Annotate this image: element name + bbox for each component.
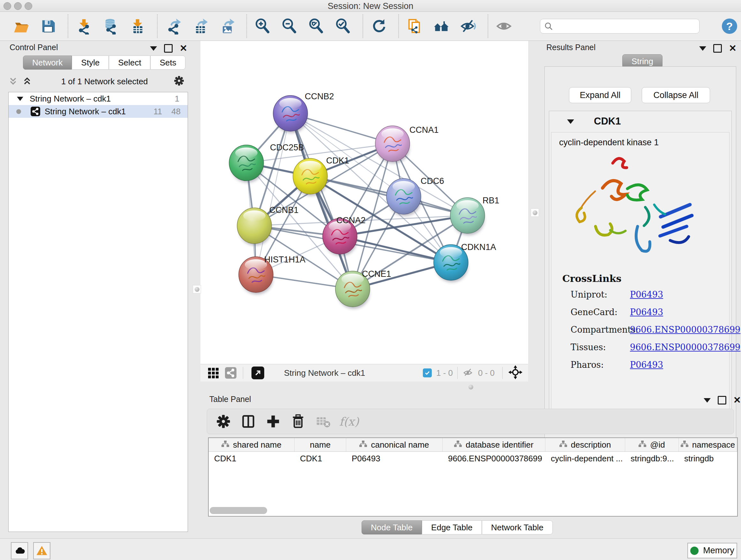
import-network-icon[interactable] (75, 17, 92, 35)
save-session-icon[interactable] (40, 17, 57, 35)
fit-selection-crosshair-icon[interactable] (509, 365, 522, 381)
table-cell[interactable]: cyclin-dependent ... (545, 452, 625, 465)
export-image-icon[interactable] (218, 17, 235, 35)
crosslink-link[interactable]: P06493 (630, 360, 663, 370)
table-cell[interactable]: P06493 (346, 452, 443, 465)
open-session-icon[interactable] (13, 17, 30, 35)
network-node-CCNA1[interactable] (375, 126, 410, 164)
toolbar-separator (398, 14, 399, 38)
network-collection-row[interactable]: String Network – cdk1 1 (9, 92, 188, 105)
column-header-shared-name[interactable]: shared name (209, 438, 294, 451)
tab-network-table[interactable]: Network Table (482, 520, 553, 535)
network-options-gear-icon[interactable] (173, 74, 185, 88)
expand-all-networks-icon[interactable] (22, 76, 32, 86)
network-view-canvas[interactable]: CCNB2CCNA1CDC25BCDK1CDC6RB1CCNB1CCNA2CDK… (200, 41, 528, 364)
node-label-CCNA1: CCNA1 (409, 125, 439, 135)
bottom-divider-handle[interactable] (467, 383, 475, 391)
float-panel-icon[interactable] (164, 44, 173, 53)
selected-count: 1 - 0 (436, 368, 453, 378)
column-header-canonical-name[interactable]: canonical name (346, 438, 443, 451)
refresh-icon[interactable] (370, 17, 387, 35)
collapse-gene-icon[interactable] (567, 119, 574, 124)
collection-label: String Network – cdk1 (30, 94, 111, 104)
string-view-icon[interactable] (225, 367, 237, 379)
birdseye-view-icon[interactable] (252, 367, 264, 379)
close-panel-icon[interactable]: ✕ (180, 45, 187, 52)
node-label-CCNB1: CCNB1 (269, 205, 299, 215)
tab-sets[interactable]: Sets (150, 56, 185, 70)
table-cell[interactable]: CDK1 (294, 452, 346, 465)
crosslink-label: Compartments: (570, 325, 638, 334)
help-button[interactable]: ? (722, 18, 737, 34)
tab-node-table[interactable]: Node Table (361, 520, 422, 535)
network-row[interactable]: String Network – cdk1 11 48 (9, 105, 188, 118)
network-node-CDK1[interactable] (293, 159, 327, 196)
float-panel-icon[interactable] (713, 44, 722, 53)
table-horizontal-scrollbar[interactable] (210, 507, 267, 514)
column-header-description[interactable]: description (545, 438, 625, 451)
table-cell[interactable]: 9606.ENSP00000378699 (443, 452, 545, 465)
close-panel-icon[interactable]: ✕ (733, 397, 741, 403)
hidden-count: 0 - 0 (478, 368, 495, 378)
column-header-name[interactable]: name (294, 438, 346, 451)
network-graph[interactable]: CCNB2CCNA1CDC25BCDK1CDC6RB1CCNB1CCNA2CDK… (200, 41, 528, 364)
collection-expand-icon[interactable] (17, 97, 23, 101)
collapse-all-button[interactable]: Collapse All (642, 87, 710, 103)
network-node-RB1[interactable] (450, 198, 485, 235)
network-node-CDC25B[interactable] (229, 145, 264, 183)
table-options-gear-icon[interactable] (215, 413, 232, 430)
cloud-status-button[interactable] (11, 542, 28, 559)
selected-nodes-checkbox[interactable] (423, 368, 432, 377)
export-network-icon[interactable] (165, 17, 182, 35)
duplicate-network-icon[interactable] (406, 17, 423, 35)
add-column-icon[interactable] (265, 413, 282, 430)
search-box[interactable] (540, 19, 699, 34)
zoom-in-icon[interactable] (254, 17, 271, 35)
memory-button[interactable]: Memory (687, 543, 737, 558)
column-header--id[interactable]: @id (625, 438, 679, 451)
crosslink-link[interactable]: P06493 (630, 290, 663, 300)
collapse-all-networks-icon[interactable] (8, 76, 18, 86)
export-table-icon[interactable] (192, 17, 209, 35)
network-node-CDC6[interactable] (387, 179, 421, 216)
tab-edge-table[interactable]: Edge Table (422, 520, 482, 535)
column-label: shared name (233, 440, 281, 450)
toolbar-separator (362, 14, 363, 38)
panel-menu-icon[interactable] (699, 46, 706, 51)
float-panel-icon[interactable] (718, 396, 726, 405)
table-cell[interactable]: CDK1 (209, 452, 294, 465)
panel-menu-icon[interactable] (150, 46, 157, 51)
thumbnail-grid-icon[interactable] (208, 368, 219, 378)
column-header-namespace[interactable]: namespace (679, 438, 737, 451)
tab-style[interactable]: Style (72, 56, 109, 70)
right-divider-handle[interactable] (531, 208, 539, 217)
home-icon[interactable] (433, 17, 450, 35)
gene-section-header[interactable]: CDK1 (549, 111, 731, 132)
import-table-icon[interactable] (129, 17, 146, 35)
tab-network[interactable]: Network (23, 56, 72, 70)
show-columns-icon[interactable] (240, 413, 257, 430)
zoom-selected-icon[interactable] (334, 17, 352, 35)
tab-select[interactable]: Select (109, 56, 150, 70)
column-header-database-identifier[interactable]: database identifier (443, 438, 545, 451)
crosslink-link[interactable]: P06493 (630, 307, 663, 317)
close-panel-icon[interactable]: ✕ (729, 45, 737, 52)
import-database-icon[interactable] (102, 17, 119, 35)
panel-menu-icon[interactable] (704, 398, 711, 402)
table-cell[interactable]: stringdb (679, 452, 737, 465)
expand-all-button[interactable]: Expand All (569, 87, 631, 103)
delete-column-trash-icon[interactable] (289, 413, 307, 430)
zoom-fit-icon[interactable] (308, 17, 325, 35)
node-label-CDKN1A: CDKN1A (461, 242, 496, 252)
hide-selected-icon[interactable] (460, 17, 477, 35)
table-cell[interactable]: stringdb:9... (625, 452, 679, 465)
network-node-CCNB1[interactable] (237, 208, 272, 246)
search-input[interactable] (556, 21, 699, 31)
zoom-out-icon[interactable] (281, 17, 298, 35)
warning-status-button[interactable] (33, 542, 51, 559)
crosslink-link[interactable]: 9606.ENSP00000378699 (630, 342, 740, 352)
crosslink-link[interactable]: 9606.ENSP00000378699 (630, 325, 740, 334)
search-icon (544, 22, 553, 30)
left-divider-handle[interactable] (193, 285, 201, 294)
table-row[interactable]: CDK1CDK1P064939606.ENSP00000378699cyclin… (209, 452, 737, 465)
